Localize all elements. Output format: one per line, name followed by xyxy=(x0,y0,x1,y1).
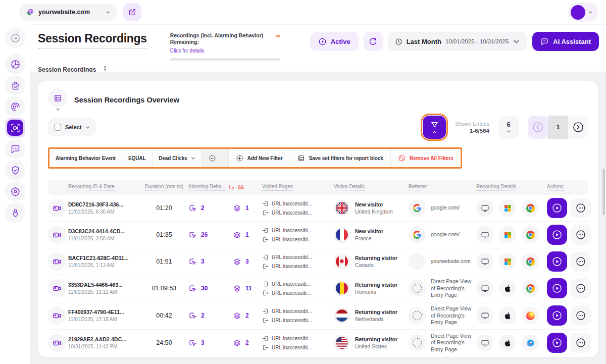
col-visited-pages[interactable]: Visited Pages xyxy=(262,184,334,191)
col-duration[interactable]: Duration (mm:ss) xyxy=(140,184,188,191)
user-menu[interactable] xyxy=(568,3,598,22)
col-recording-details[interactable]: Recording Details xyxy=(476,184,547,191)
page-size-value: 6 xyxy=(507,121,511,128)
firefox-icon xyxy=(522,307,539,324)
alarming-count: 2 xyxy=(201,312,205,319)
play-recording-button[interactable] xyxy=(547,333,567,353)
col-referrer[interactable]: Referrer xyxy=(409,184,476,191)
exit-url[interactable]: URL inaccessibl... xyxy=(272,318,312,323)
open-website-button[interactable] xyxy=(123,3,141,21)
sidebar-item-gear[interactable] xyxy=(5,181,25,201)
table-row[interactable]: BACF1C21-828C-4D11... 11/01/2025, 1:13 A… xyxy=(48,248,588,275)
recording-date: 10/31/2025, 11:42 PM xyxy=(68,344,140,349)
sidebar-item-bubble[interactable] xyxy=(5,139,25,159)
entry-url[interactable]: URL inaccessibl... xyxy=(272,228,312,233)
layers-icon xyxy=(233,204,241,213)
visitor-type: New visitor xyxy=(355,228,383,234)
active-recordings-button[interactable]: Active xyxy=(310,32,359,51)
play-recording-button[interactable] xyxy=(547,198,567,218)
chat-icon xyxy=(540,37,549,46)
date-range-selector[interactable]: Last Month 10/01/2025 - 10/31/2025 xyxy=(388,32,528,51)
monitor-icon xyxy=(476,199,493,217)
filter-field[interactable]: Alarming Behavior Event xyxy=(49,149,122,167)
chrome-icon xyxy=(522,253,539,270)
sidebar-item-spiral[interactable] xyxy=(5,96,25,117)
alarming-count: 26 xyxy=(201,231,208,238)
entry-url[interactable]: URL inaccessibl... xyxy=(272,308,312,314)
col-visitor-details[interactable]: Visitor Details xyxy=(334,184,409,191)
filter-value[interactable]: Dead Clicks xyxy=(153,149,202,167)
play-recording-button[interactable] xyxy=(547,251,567,272)
sidebar-item-bag[interactable] xyxy=(5,75,25,95)
google-icon xyxy=(409,199,426,217)
sidebar-item-collapse[interactable] xyxy=(5,28,25,48)
overview-widget-toggle[interactable] xyxy=(48,88,67,112)
entry-url[interactable]: URL inaccessibl... xyxy=(272,336,312,341)
exit-url[interactable]: URL inaccessibl... xyxy=(272,264,312,269)
add-new-filter-button[interactable]: Add New Filter xyxy=(229,149,290,167)
col-alarming-behavior[interactable]: Alarming Beha... 66 xyxy=(188,184,233,191)
shown-entries-label: Shown Entries xyxy=(455,121,489,127)
more-actions-button[interactable] xyxy=(571,278,591,298)
col-recording-id-date[interactable]: Recording ID & Date xyxy=(68,184,140,191)
funnel-icon xyxy=(430,121,439,129)
table-row[interactable]: FF400937-4790-4E11... 11/01/2025, 12:18 … xyxy=(48,302,588,330)
entry-url[interactable]: URL inaccessibl... xyxy=(272,254,312,260)
more-actions-button[interactable] xyxy=(571,198,591,218)
sidebar-item-shield[interactable] xyxy=(5,160,25,180)
sidebar-item-pin[interactable] xyxy=(5,202,25,223)
page-size-selector[interactable]: 6 xyxy=(498,116,519,139)
video-camera-icon xyxy=(53,257,62,267)
col-actions[interactable]: Actions xyxy=(547,184,588,191)
save-filters-button[interactable]: Save set filters for report block xyxy=(290,149,391,167)
play-recording-button[interactable] xyxy=(547,305,567,326)
remove-all-filters-button[interactable]: Remove All Filters xyxy=(391,149,461,167)
more-actions-button[interactable] xyxy=(571,305,591,326)
current-page[interactable]: 1 xyxy=(548,116,568,139)
exit-url[interactable]: URL inaccessib... xyxy=(272,290,311,296)
visitor-country: Netherlands xyxy=(355,316,397,322)
website-selector[interactable]: yourwebsite.com xyxy=(19,4,117,21)
exit-url[interactable]: URL inaccessibl... xyxy=(272,345,312,350)
scrollbar[interactable] xyxy=(602,169,605,215)
more-actions-button[interactable] xyxy=(571,251,591,272)
filter-value-label: Dead Clicks xyxy=(159,155,187,161)
screen: yourwebsite.com Session Recordings Recor… xyxy=(0,0,606,364)
select-button[interactable]: Select xyxy=(48,118,96,136)
table-row[interactable]: 3353DAE5-4466-463... 11/01/2025, 12:12 A… xyxy=(48,275,588,302)
ellipsis-icon xyxy=(575,310,586,321)
play-recording-button[interactable] xyxy=(547,225,567,245)
refresh-button[interactable] xyxy=(364,32,383,51)
more-actions-button[interactable] xyxy=(571,225,591,245)
sidebar-item-pie[interactable] xyxy=(5,54,25,74)
bubble-icon xyxy=(10,144,21,154)
apple-icon xyxy=(499,307,516,324)
sidebar-item-recording[interactable] xyxy=(5,118,25,138)
more-actions-button[interactable] xyxy=(571,333,591,353)
ellipsis-icon xyxy=(575,283,586,294)
filter-bar: Alarming Behavior Event EQUAL Dead Click… xyxy=(48,147,462,169)
filter-operator[interactable]: EQUAL xyxy=(122,149,153,167)
ai-assistant-button[interactable]: AI Assistant xyxy=(532,32,599,51)
next-page-button[interactable] xyxy=(568,116,588,139)
remove-filter-button[interactable] xyxy=(202,149,223,167)
entry-url[interactable]: URL inaccessibl... xyxy=(272,201,312,206)
prev-page-button[interactable] xyxy=(528,116,548,139)
referrer-text: Direct Page View of Recording's Entry Pa… xyxy=(431,305,476,326)
exit-url[interactable]: URL inaccessibl... xyxy=(272,237,312,242)
alarming-behavior-icon xyxy=(188,204,197,213)
monitor-icon xyxy=(476,226,493,243)
flag-ca-icon xyxy=(336,255,348,268)
filter-toggle-button[interactable] xyxy=(423,116,446,139)
entry-url[interactable]: URL inaccessib... xyxy=(272,281,311,287)
table-row[interactable]: 21929AE2-AAD2-4DC... 10/31/2025, 11:42 P… xyxy=(48,330,588,356)
play-recording-button[interactable] xyxy=(547,278,567,298)
entry-page-icon xyxy=(262,281,269,287)
exit-url[interactable]: URL inaccessibl... xyxy=(272,210,312,216)
table-row[interactable]: DD8C7216-30F3-436... 11/01/2025, 6:30 AM… xyxy=(48,195,588,222)
referrer-text: yourwebsite.com xyxy=(431,258,471,265)
play-icon xyxy=(551,202,563,214)
table-row[interactable]: D3C83C24-0414-4CD... 11/01/2025, 3:50 AM… xyxy=(48,222,588,248)
direct-view-icon xyxy=(409,307,426,324)
click-for-details-link[interactable]: Click for details xyxy=(170,48,205,54)
